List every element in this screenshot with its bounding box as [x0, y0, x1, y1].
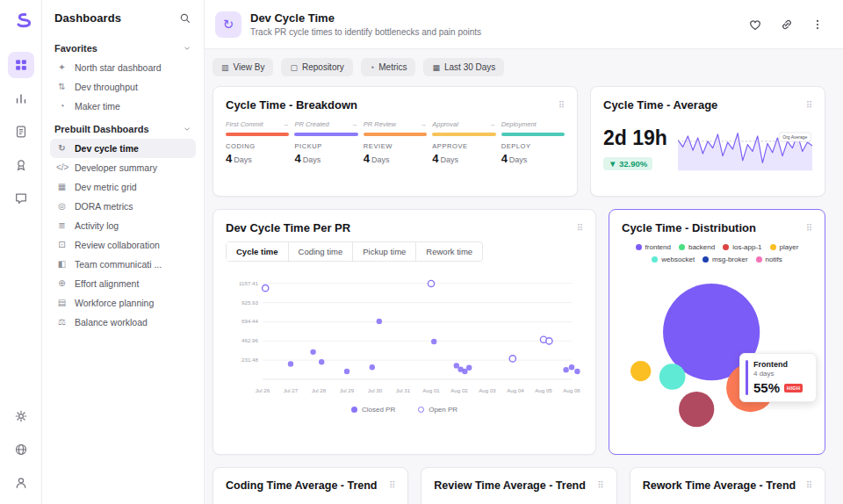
sidebar-item-review-collaboration[interactable]: ⊡ Review collaboration	[50, 235, 196, 255]
drag-handle-icon[interactable]: ⠿	[389, 481, 395, 490]
bubble-websocket	[659, 364, 686, 390]
distribution-legend: frontend backend ios-app-1 player websoc…	[609, 241, 825, 267]
svg-text:231.48: 231.48	[241, 356, 258, 363]
svg-text:Jul 30: Jul 30	[368, 387, 383, 393]
drag-handle-icon[interactable]: ⠿	[597, 481, 603, 490]
tab-rework-time[interactable]: Rework time	[416, 242, 482, 261]
sidebar-item-north-star-dashboard[interactable]: ✦ North star dashboard	[50, 58, 196, 77]
app-root: Dashboards Favorites ✦ North star dashbo…	[0, 0, 843, 504]
stage-bar	[226, 133, 289, 136]
user-icon[interactable]	[8, 470, 34, 496]
card-review-time-trend: Review Time Average - Trend ⠿	[421, 467, 616, 504]
card-cycle-time-distribution: Cycle Time - Distribution ⠿ frontend bac…	[609, 209, 825, 455]
card-dev-cycle-time-per-pr: Dev Cycle Time Per PR ⠿ Cycle time Codin…	[213, 209, 596, 455]
copy-link-icon[interactable]	[780, 18, 794, 32]
drag-handle-icon[interactable]: ⠿	[806, 481, 812, 490]
svg-text:Jul 27: Jul 27	[284, 387, 299, 393]
legend-frontend: frontend	[636, 243, 671, 251]
gear-icon[interactable]	[8, 403, 34, 429]
card-cycle-time-average: Cycle Time - Average ⠿ 2d 19h ▼ 32.90% O…	[590, 86, 825, 197]
chat-icon[interactable]	[8, 185, 34, 212]
more-kebab-icon[interactable]	[811, 18, 824, 32]
sidebar-item-workforce-planning[interactable]: ▤ Workforce planning	[50, 293, 196, 313]
filter-view-by[interactable]: ▥ View By	[213, 58, 273, 76]
stage-bar	[501, 133, 565, 136]
item-label: Dev cycle time	[75, 142, 139, 155]
legend-websocket: websocket	[652, 256, 695, 263]
sidebar-item-dev-cycle-time[interactable]: ↻ Dev cycle time	[50, 139, 196, 158]
metrics-icon: ◔	[370, 63, 374, 72]
item-label: Team communicati ...	[75, 258, 162, 270]
globe-icon[interactable]	[8, 436, 34, 463]
sidebar-item-dev-metric-grid[interactable]: ▦ Dev metric grid	[50, 177, 196, 197]
card-title: Review Time Average - Trend	[434, 479, 586, 492]
sidebar-item-dev-throughput[interactable]: ⇅ Dev throughput	[50, 77, 196, 97]
align-icon: ⊕	[56, 277, 68, 290]
item-label: Activity log	[75, 220, 119, 232]
card-rework-time-trend: Rework Time Average - Trend ⠿	[630, 467, 825, 504]
arrow-icon: →	[351, 120, 358, 128]
svg-text:Aug 02: Aug 02	[450, 387, 468, 393]
dashboard-content: ▥ View By ▢ Repository ◔ Metrics ▦ Last …	[205, 49, 843, 504]
drag-handle-icon[interactable]: ⠿	[806, 101, 812, 110]
star-icon: ✦	[56, 61, 68, 74]
medal-icon[interactable]	[8, 152, 34, 178]
high-badge: HIGH	[784, 384, 803, 392]
sidebar-item-dora-metrics[interactable]: ◎ DORA metrics	[50, 197, 196, 216]
sidebar-item-team-communication[interactable]: ◧ Team communicati ...	[50, 255, 196, 274]
filter-label: Metrics	[378, 62, 407, 72]
search-icon[interactable]	[179, 12, 191, 25]
sidebar-item-developer-summary[interactable]: </> Developer summary	[50, 158, 196, 177]
filter-date-range[interactable]: ▦ Last 30 Days	[423, 58, 504, 76]
filter-metrics[interactable]: ◔ Metrics	[361, 58, 416, 76]
item-label: Maker time	[75, 100, 120, 112]
section-favorites[interactable]: Favorites	[50, 39, 196, 58]
stage-approve: Approval→ APPROVE 4Days	[432, 120, 495, 165]
tab-pickup-time[interactable]: Pickup time	[353, 242, 416, 261]
sidebar-item-balance-workload[interactable]: ⚖ Balance workload	[50, 313, 196, 332]
drag-handle-icon[interactable]: ⠿	[577, 224, 583, 233]
item-label: Dev metric grid	[75, 181, 137, 193]
svg-text:Org Average: Org Average	[782, 134, 807, 140]
card-coding-time-trend: Coding Time Average - Trend ⠿	[213, 467, 408, 504]
sidebar-item-maker-time[interactable]: ◔ Maker time	[50, 97, 196, 116]
tab-coding-time[interactable]: Coding time	[289, 242, 354, 261]
main-area: ↻ Dev Cycle Time Track PR cycle times to…	[205, 0, 843, 504]
bubble-tooltip: Frontend 4 days 55% HIGH	[739, 353, 817, 402]
stage-bar	[432, 133, 495, 136]
clock-icon: ◔	[56, 100, 68, 112]
legend-msg-broker: msg-broker	[702, 256, 747, 263]
document-icon[interactable]	[8, 119, 34, 145]
item-label: Effort alignment	[75, 277, 139, 290]
filter-bar: ▥ View By ▢ Repository ◔ Metrics ▦ Last …	[213, 58, 825, 76]
bar-chart-icon[interactable]	[8, 85, 34, 112]
legend-player: player	[770, 243, 799, 251]
filter-repository[interactable]: ▢ Repository	[281, 58, 352, 76]
apps-icon[interactable]	[8, 52, 34, 78]
page-title: Dev Cycle Time	[250, 11, 481, 25]
scatter-legend: Closed PR Open PR	[213, 402, 595, 421]
legend-ios-app-1: ios-app-1	[723, 243, 761, 251]
app-logo-icon[interactable]	[8, 8, 34, 34]
svg-text:694.44: 694.44	[241, 318, 258, 324]
tab-cycle-time[interactable]: Cycle time	[227, 242, 289, 261]
item-label: Developer summary	[75, 162, 157, 174]
delta-badge: ▼ 32.90%	[603, 157, 652, 170]
svg-text:Aug 06: Aug 06	[563, 387, 580, 393]
stage-review: PR Review→ REVIEW 4Days	[364, 120, 427, 165]
repository-icon: ▢	[290, 63, 298, 72]
section-label: Favorites	[54, 43, 97, 54]
target-icon: ◎	[56, 200, 68, 212]
drag-handle-icon[interactable]: ⠿	[806, 224, 812, 233]
favorite-heart-icon[interactable]	[748, 18, 762, 32]
svg-text:Jul 31: Jul 31	[396, 387, 411, 393]
closed-pr-dot-icon	[351, 407, 357, 413]
item-label: North star dashboard	[75, 61, 162, 74]
scale-icon: ⚖	[56, 316, 68, 328]
section-prebuilt-dashboards[interactable]: Prebuilt Dashboards	[50, 119, 196, 139]
svg-text:Aug 01: Aug 01	[422, 387, 440, 393]
stage-bar	[364, 133, 427, 136]
sidebar-item-activity-log[interactable]: ≣ Activity log	[50, 216, 196, 235]
drag-handle-icon[interactable]: ⠿	[558, 101, 565, 110]
sidebar-item-effort-alignment[interactable]: ⊕ Effort alignment	[50, 274, 196, 293]
